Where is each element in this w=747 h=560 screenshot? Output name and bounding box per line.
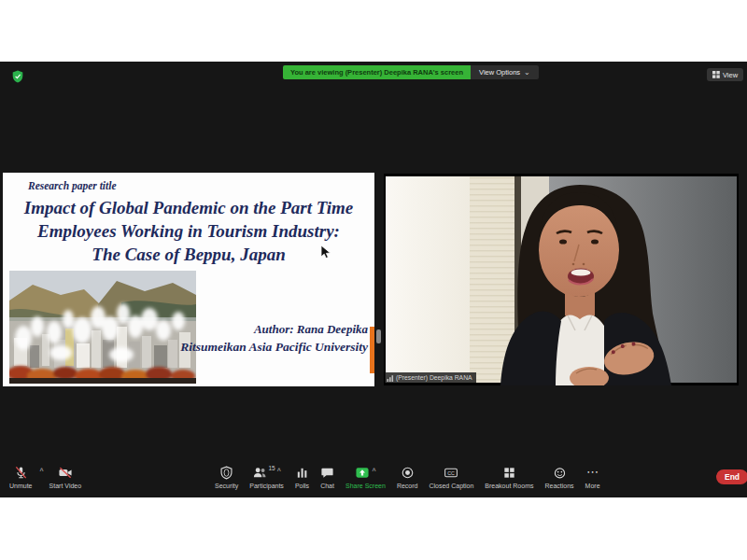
security-label: Security [215, 483, 238, 489]
slide-author: Author: Rana Deepika [254, 322, 368, 337]
panel-resize-handle[interactable] [376, 329, 381, 343]
microphone-muted-icon [14, 466, 28, 480]
slide-subtitle: Research paper title [28, 180, 117, 191]
slide-title: Impact of Global Pandemic on the Part Ti… [3, 196, 374, 266]
reactions-smiley-icon [553, 466, 567, 480]
participants-label: Participants [249, 483, 284, 489]
zoom-meeting-window: You are viewing (Presenter) Deepika RANA… [0, 62, 747, 497]
encryption-shield-icon[interactable] [12, 70, 23, 83]
view-options-button[interactable]: View Options ⌄ [471, 65, 539, 79]
chat-label: Chat [320, 483, 334, 489]
unmute-label: Unmute [9, 483, 33, 489]
closed-caption-icon: CC [444, 466, 458, 480]
start-video-button[interactable]: Start Video [44, 466, 88, 489]
camera-off-icon [58, 466, 73, 480]
beppu-city-photo [9, 271, 196, 384]
view-button[interactable]: View [707, 68, 743, 81]
participant-video-tile: (Presenter) Deepika RANA [384, 174, 739, 385]
view-grid-icon [712, 71, 720, 78]
screen-share-banner-group: You are viewing (Presenter) Deepika RANA… [283, 65, 539, 79]
webcam-video [384, 174, 739, 385]
breakout-rooms-grid-icon [502, 466, 516, 480]
audio-signal-icon [387, 374, 394, 382]
participant-name-tag: (Presenter) Deepika RANA [385, 372, 476, 383]
polls-bar-chart-icon [295, 466, 309, 480]
participants-icon [252, 466, 267, 480]
reactions-label: Reactions [544, 483, 573, 489]
share-screen-button[interactable]: ^ Share Screen [340, 466, 391, 489]
closed-caption-button[interactable]: CC Closed Caption [423, 466, 479, 489]
share-options-caret-icon[interactable]: ^ [372, 468, 375, 474]
toolbar-center-group: Security 15 ^ Participants [209, 466, 606, 489]
view-options-label: View Options [479, 68, 520, 77]
end-meeting-button[interactable]: End [716, 469, 747, 484]
mouse-cursor [320, 245, 331, 259]
chevron-down-icon: ⌄ [524, 70, 530, 76]
polls-label: Polls [295, 483, 309, 489]
record-button[interactable]: Record [391, 466, 424, 489]
participants-options-caret-icon[interactable]: ^ [277, 468, 281, 474]
chat-button[interactable]: Chat [315, 466, 340, 489]
slide-title-line-1: Impact of Global Pandemic on the Part Ti… [3, 196, 374, 219]
start-video-label: Start Video [49, 483, 82, 489]
participants-count-badge: 15 [268, 465, 275, 471]
more-button[interactable]: ⋯ More [580, 466, 606, 489]
slide-accent-bar [370, 327, 374, 373]
more-label: More [585, 483, 600, 489]
slide-title-line-3: The Case of Beppu, Japan [3, 243, 374, 266]
breakout-rooms-label: Breakout Rooms [485, 483, 533, 489]
svg-text:CC: CC [448, 470, 456, 476]
share-screen-icon [355, 466, 370, 480]
viewing-banner: You are viewing (Presenter) Deepika RANA… [283, 65, 471, 79]
polls-button[interactable]: Polls [289, 466, 315, 489]
toolbar-left-group: Unmute ^ Start Video [4, 466, 87, 489]
meeting-toolbar: Unmute ^ Start Video [0, 462, 747, 497]
slide-university: Ritsumeikan Asia Pacific University [180, 340, 368, 355]
closed-caption-label: Closed Caption [429, 483, 473, 489]
security-shield-icon [219, 466, 233, 480]
share-screen-label: Share Screen [345, 483, 386, 489]
record-label: Record [397, 483, 418, 489]
screenshot-root: You are viewing (Presenter) Deepika RANA… [0, 0, 747, 560]
slide-title-line-2: Employees Working in Tourism Industry: [3, 219, 374, 243]
chat-bubble-icon [320, 466, 334, 480]
shared-screen-slide: Research paper title Impact of Global Pa… [3, 173, 374, 386]
participants-button[interactable]: 15 ^ Participants [244, 466, 289, 489]
record-icon [401, 466, 415, 480]
breakout-rooms-button[interactable]: Breakout Rooms [479, 466, 539, 489]
unmute-button[interactable]: Unmute [4, 466, 38, 489]
more-ellipsis-icon: ⋯ [586, 466, 599, 479]
reactions-button[interactable]: Reactions [539, 466, 579, 489]
view-button-label: View [723, 71, 738, 79]
participant-name: (Presenter) Deepika RANA [396, 374, 472, 381]
security-button[interactable]: Security [209, 466, 244, 489]
